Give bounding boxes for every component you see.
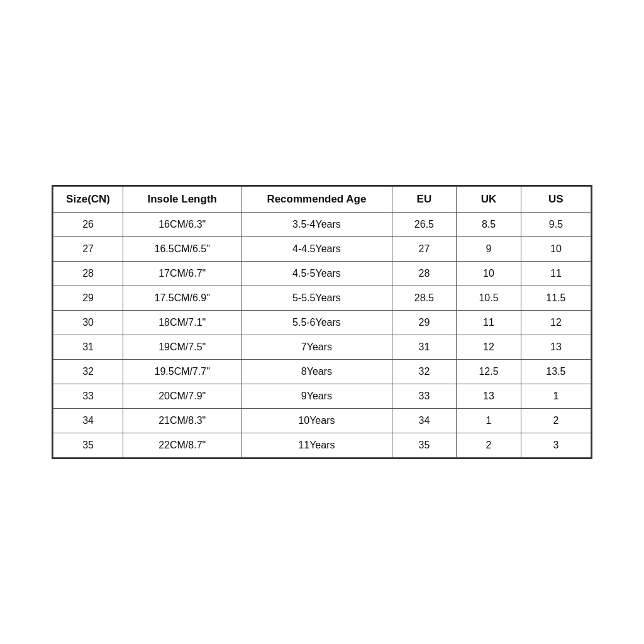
table-row: 2716.5CM/6.5"4-4.5Years27910 bbox=[53, 237, 591, 262]
table-row: 3522CM/8.7"11Years3523 bbox=[53, 433, 591, 458]
cell-uk: 12.5 bbox=[457, 360, 521, 384]
table-row: 2817CM/6.7"4.5-5Years281011 bbox=[53, 262, 591, 286]
cell-eu: 29 bbox=[392, 311, 457, 335]
header-eu: EU bbox=[392, 187, 457, 213]
cell-uk: 10 bbox=[457, 262, 521, 286]
cell-recommended-age: 8Years bbox=[242, 360, 392, 384]
header-uk: UK bbox=[457, 187, 521, 213]
cell-eu: 32 bbox=[392, 360, 457, 384]
cell-recommended-age: 7Years bbox=[242, 335, 392, 360]
cell-uk: 12 bbox=[457, 335, 521, 360]
header-recommended-age: Recommended Age bbox=[242, 187, 392, 213]
cell-recommended-age: 4.5-5Years bbox=[242, 262, 392, 286]
cell-us: 2 bbox=[521, 409, 591, 433]
cell-size-cn: 29 bbox=[53, 286, 123, 311]
cell-uk: 2 bbox=[457, 433, 521, 458]
cell-recommended-age: 3.5-4Years bbox=[242, 213, 392, 237]
table-row: 3119CM/7.5"7Years311213 bbox=[53, 335, 591, 360]
size-chart-table: Size(CN) Insole Length Recommended Age E… bbox=[53, 186, 591, 458]
table-header-row: Size(CN) Insole Length Recommended Age E… bbox=[53, 187, 591, 213]
cell-eu: 31 bbox=[392, 335, 457, 360]
cell-uk: 13 bbox=[457, 384, 521, 409]
cell-size-cn: 35 bbox=[53, 433, 123, 458]
cell-recommended-age: 5-5.5Years bbox=[242, 286, 392, 311]
cell-insole-length: 22CM/8.7" bbox=[123, 433, 242, 458]
cell-recommended-age: 4-4.5Years bbox=[242, 237, 392, 262]
cell-eu: 35 bbox=[392, 433, 457, 458]
cell-insole-length: 16.5CM/6.5" bbox=[123, 237, 242, 262]
cell-insole-length: 19CM/7.5" bbox=[123, 335, 242, 360]
cell-recommended-age: 9Years bbox=[242, 384, 392, 409]
cell-us: 13 bbox=[521, 335, 591, 360]
cell-uk: 9 bbox=[457, 237, 521, 262]
size-chart-container: Size(CN) Insole Length Recommended Age E… bbox=[52, 185, 592, 459]
cell-eu: 34 bbox=[392, 409, 457, 433]
cell-uk: 11 bbox=[457, 311, 521, 335]
cell-size-cn: 32 bbox=[53, 360, 123, 384]
cell-insole-length: 18CM/7.1" bbox=[123, 311, 242, 335]
cell-us: 1 bbox=[521, 384, 591, 409]
cell-insole-length: 20CM/7.9" bbox=[123, 384, 242, 409]
cell-eu: 27 bbox=[392, 237, 457, 262]
cell-size-cn: 26 bbox=[53, 213, 123, 237]
header-size-cn: Size(CN) bbox=[53, 187, 123, 213]
cell-insole-length: 19.5CM/7.7" bbox=[123, 360, 242, 384]
cell-recommended-age: 10Years bbox=[242, 409, 392, 433]
cell-insole-length: 17.5CM/6.9" bbox=[123, 286, 242, 311]
table-row: 3018CM/7.1"5.5-6Years291112 bbox=[53, 311, 591, 335]
cell-insole-length: 21CM/8.3" bbox=[123, 409, 242, 433]
cell-eu: 33 bbox=[392, 384, 457, 409]
cell-uk: 10.5 bbox=[457, 286, 521, 311]
cell-uk: 8.5 bbox=[457, 213, 521, 237]
cell-size-cn: 30 bbox=[53, 311, 123, 335]
table-row: 2917.5CM/6.9"5-5.5Years28.510.511.5 bbox=[53, 286, 591, 311]
cell-us: 9.5 bbox=[521, 213, 591, 237]
cell-size-cn: 33 bbox=[53, 384, 123, 409]
cell-eu: 28 bbox=[392, 262, 457, 286]
cell-size-cn: 31 bbox=[53, 335, 123, 360]
cell-recommended-age: 11Years bbox=[242, 433, 392, 458]
cell-us: 11 bbox=[521, 262, 591, 286]
cell-us: 10 bbox=[521, 237, 591, 262]
cell-insole-length: 16CM/6.3" bbox=[123, 213, 242, 237]
cell-size-cn: 28 bbox=[53, 262, 123, 286]
header-insole-length: Insole Length bbox=[123, 187, 242, 213]
cell-size-cn: 27 bbox=[53, 237, 123, 262]
cell-size-cn: 34 bbox=[53, 409, 123, 433]
cell-recommended-age: 5.5-6Years bbox=[242, 311, 392, 335]
table-row: 3219.5CM/7.7"8Years3212.513.5 bbox=[53, 360, 591, 384]
table-row: 3421CM/8.3"10Years3412 bbox=[53, 409, 591, 433]
cell-uk: 1 bbox=[457, 409, 521, 433]
cell-us: 3 bbox=[521, 433, 591, 458]
cell-eu: 28.5 bbox=[392, 286, 457, 311]
cell-us: 12 bbox=[521, 311, 591, 335]
cell-us: 13.5 bbox=[521, 360, 591, 384]
header-us: US bbox=[521, 187, 591, 213]
cell-us: 11.5 bbox=[521, 286, 591, 311]
cell-eu: 26.5 bbox=[392, 213, 457, 237]
table-row: 3320CM/7.9"9Years33131 bbox=[53, 384, 591, 409]
cell-insole-length: 17CM/6.7" bbox=[123, 262, 242, 286]
table-row: 2616CM/6.3"3.5-4Years26.58.59.5 bbox=[53, 213, 591, 237]
